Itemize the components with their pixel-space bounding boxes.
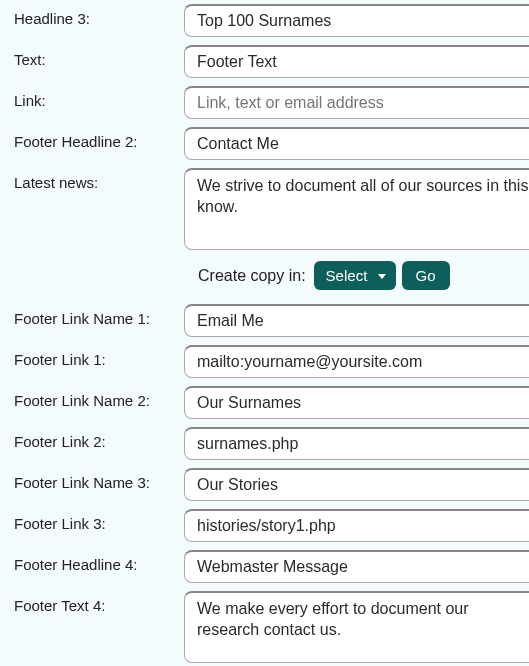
- footer-link1-input[interactable]: [184, 345, 529, 378]
- headline3-input[interactable]: [184, 4, 529, 37]
- footer-link3-label: Footer Link 3:: [14, 509, 184, 532]
- footer-link-name3-input[interactable]: [184, 468, 529, 501]
- footer-link-name3-label: Footer Link Name 3:: [14, 468, 184, 491]
- footer-headline2-input[interactable]: [184, 127, 529, 160]
- create-copy-label: Create copy in:: [198, 267, 306, 285]
- headline3-label: Headline 3:: [14, 4, 184, 27]
- footer-text4-label: Footer Text 4:: [14, 591, 184, 614]
- create-copy-select[interactable]: Select: [314, 261, 396, 290]
- footer-headline4-input[interactable]: [184, 550, 529, 583]
- go-button[interactable]: Go: [402, 261, 450, 290]
- footer-link-name2-label: Footer Link Name 2:: [14, 386, 184, 409]
- footer-link-name2-input[interactable]: [184, 386, 529, 419]
- link-input[interactable]: [184, 86, 529, 119]
- latest-news-label: Latest news:: [14, 168, 184, 191]
- footer-headline4-label: Footer Headline 4:: [14, 550, 184, 573]
- latest-news-textarea[interactable]: We strive to document all of our sources…: [184, 168, 529, 250]
- footer-link3-input[interactable]: [184, 509, 529, 542]
- link-label: Link:: [14, 86, 184, 109]
- footer-link2-input[interactable]: [184, 427, 529, 460]
- footer-link1-label: Footer Link 1:: [14, 345, 184, 368]
- text-label: Text:: [14, 45, 184, 68]
- footer-link-name1-input[interactable]: [184, 304, 529, 337]
- footer-text4-textarea[interactable]: We make every effort to document our res…: [184, 591, 529, 663]
- text-input[interactable]: [184, 45, 529, 78]
- footer-link-name1-label: Footer Link Name 1:: [14, 304, 184, 327]
- footer-headline2-label: Footer Headline 2:: [14, 127, 184, 150]
- footer-link2-label: Footer Link 2:: [14, 427, 184, 450]
